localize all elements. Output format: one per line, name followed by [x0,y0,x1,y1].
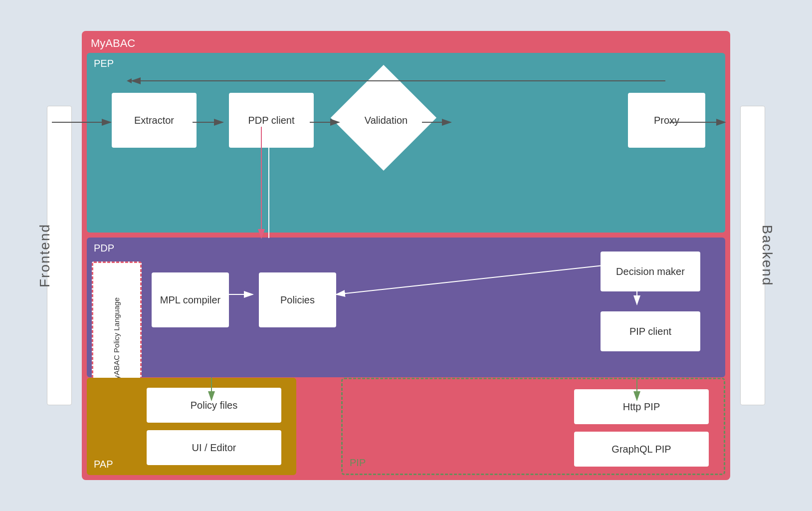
myabac-box: MyABAC PEP Extractor PDP client Validati… [82,31,730,480]
validation-label: Validation [365,115,407,126]
pep-box: PEP Extractor PDP client Validation Prox… [87,53,725,233]
pip-box: PIP Http PIP GraphQL PIP [341,378,725,475]
sidebar-right-label: Backend [759,225,775,286]
pdp-box: PDP MyABAC Policy Language MPL compiler … [87,238,725,377]
pip-label: PIP [350,457,366,469]
pdp-label: PDP [94,243,114,254]
http-pip-box: Http PIP [574,389,709,424]
mpl-label: MyABAC Policy Language [112,297,122,385]
proxy-box: Proxy [628,93,705,148]
main-area: MyABAC PEP Extractor PDP client Validati… [82,31,730,480]
sidebar-left-label: Frontend [37,224,53,287]
mpl-compiler-box: MPL compiler [152,272,229,327]
pep-label: PEP [94,58,114,69]
pap-label: PAP [94,459,113,470]
ui-editor-box: UI / Editor [147,430,281,465]
policies-box: Policies [259,272,336,327]
pdp-client-box: PDP client [229,93,314,148]
diagram-container: Frontend Backend MyABAC PEP Extractor PD… [37,21,775,490]
policy-files-box: Policy files [147,388,281,423]
validation-container: Validation [346,80,426,160]
extractor-box: Extractor [112,93,197,148]
pip-client-box: PIP client [601,311,700,351]
pap-box: PAP Policy files UI / Editor [87,378,296,475]
decision-maker-box: Decision maker [601,252,700,291]
graphql-pip-box: GraphQL PIP [574,432,709,467]
myabac-label: MyABAC [91,37,135,50]
